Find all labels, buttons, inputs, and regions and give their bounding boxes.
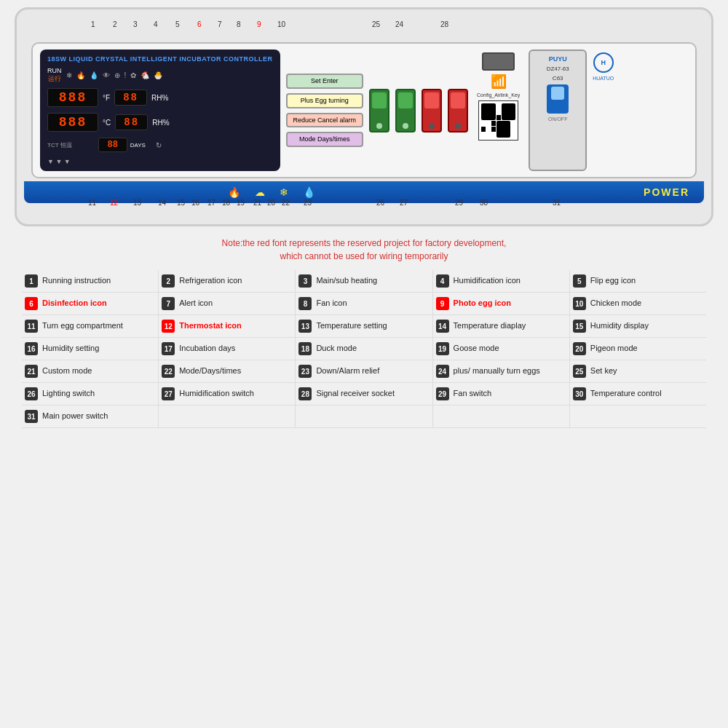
legend-num-29: 29 [436,387,449,400]
legend-empty-6-4 [570,405,706,427]
logo-section: H HUATUO [593,50,614,171]
switch-4[interactable] [448,89,468,132]
legend-num-24: 24 [436,365,449,378]
legend-label-15: Humidity display [590,321,649,331]
legend-num-13: 13 [298,320,312,333]
legend-item-17: 17Incubation days [159,338,296,360]
breaker-brand: PUYU [549,55,567,63]
legend-num-12: 12 [162,320,175,333]
legend-row-0: 1Running instruction2Refrigeration icon3… [22,270,706,293]
top-num-25: 25 [372,20,380,28]
drop-icon: 💧 [90,71,98,79]
legend-empty-6-3 [433,405,570,427]
switch-knob-3 [424,92,439,108]
brand-name: HUATUO [593,76,614,81]
legend-label-3: Main/sub heating [316,276,377,285]
brand-logo: H [593,52,614,73]
legend-num-19: 19 [436,342,449,355]
legend-label-25: Set key [590,366,617,376]
switch-3[interactable] [422,89,442,132]
unit-f: °F [103,94,110,102]
legend-label-13: Temperature setting [316,321,387,331]
top-num-6: 6 [197,20,202,28]
power-label: POWER [644,186,689,198]
breaker-toggle [551,87,564,100]
legend-item-22: 22Mode/Days/times [159,360,296,382]
wifi-icon: 📶 [491,74,507,90]
eye-icon: 👁 [103,71,110,79]
plus-egg-button[interactable]: Plus Egg turning [286,93,364,108]
legend-label-27: Humidification switch [179,389,254,398]
legend-num-10: 10 [573,297,586,310]
legend-item-3: 3Main/sub heating [296,270,432,292]
legend-item-24: 24plus/ manually turn eggs [433,360,570,382]
breaker-model: DZ47-63 [547,66,569,72]
top-num-28: 28 [440,20,448,28]
legend-item-14: 14Temperature diaplay [433,315,570,337]
legend-num-4: 4 [436,274,449,288]
breaker-rating: C63 [553,75,563,82]
legend-num-16: 16 [25,342,38,355]
legend-item-23: 23Down/Alarm relief [296,360,432,382]
legend-item-18: 18Duck mode [296,338,432,360]
rh-label-1: RH% [151,94,168,102]
set-enter-button[interactable]: Set Enter [286,74,364,89]
legend-item-31: 31Main power switch [22,405,159,427]
days-row: TCT 恒温 88 DAYS ↻ [47,138,273,152]
top-number-row: 1 2 3 4 5 6 7 8 9 10 25 24 28 [31,20,697,42]
legend-item-12: 12Thermostat icon [159,315,296,337]
legend-item-11: 11Turn egg compartment [22,315,159,337]
unit-c: °C [103,119,111,127]
top-num-10: 10 [277,20,285,28]
top-num-5: 5 [175,20,180,28]
legend-item-20: 20Pigeon mode [570,338,706,360]
chick-icon: 🐣 [154,71,162,79]
usb-port [482,52,515,71]
switch-dot-3 [429,123,435,129]
reduce-button[interactable]: Reduce Cancel alarm [286,113,364,128]
lcd-section: 18SW LIQUID CRYSTAL INTELLIGENT INCUBATO… [40,50,280,171]
legend-row-3: 16Humidity setting17Incubation days18Duc… [22,338,706,360]
legend-label-4: Humidification icon [454,276,521,285]
legend-item-2: 2Refrigeration icon [159,270,296,292]
switch-dot-4 [455,123,461,129]
legend-num-26: 26 [25,387,38,400]
circuit-breaker: PUYU DZ47-63 C63 ON/OFF [529,50,587,171]
legend-label-16: Humidity setting [42,344,99,353]
legend-label-14: Temperature diaplay [454,321,526,331]
breaker-handle[interactable] [547,84,569,114]
switch-2[interactable] [395,89,416,132]
legend-item-13: 13Temperature setting [296,315,432,337]
legend-num-7: 7 [162,297,175,310]
top-num-8: 8 [237,20,241,28]
temp-display-row2: 888 °C 88 RH% [47,113,273,132]
device-panel: 1 2 3 4 5 6 7 8 9 10 25 24 28 18SW LIQUI… [15,7,713,226]
legend-num-9: 9 [436,297,449,310]
legend-label-24: plus/ manually turn eggs [454,366,540,376]
legend-num-3: 3 [298,274,312,288]
legend-num-23: 23 [298,365,312,378]
legend-num-5: 5 [573,274,586,288]
tct-label: TCT 恒温 [47,141,72,149]
mode-button[interactable]: Mode Days/times [286,132,364,147]
cloud-status-icon: ☁ [255,186,265,198]
flame-status-icon: 🔥 [228,186,240,198]
switch-1[interactable] [369,89,389,132]
legend-num-6: 6 [25,297,38,310]
legend-label-18: Duck mode [316,344,357,353]
switch-knob-2 [398,92,413,108]
legend-row-2: 11Turn egg compartment12Thermostat icon1… [22,315,706,338]
flame-icon: 🔥 [76,71,85,79]
switch-knob-4 [451,92,465,108]
top-num-24: 24 [395,20,403,28]
legend-row-4: 21Custom mode22Mode/Days/times23Down/Ala… [22,360,706,383]
legend-empty-6-2 [296,405,432,427]
legend-label-26: Lighting switch [42,389,95,398]
top-num-7: 7 [218,20,222,28]
legend-item-30: 30Temperature control [570,383,706,405]
exclaim-icon: ! [124,71,127,79]
legend-num-22: 22 [162,365,175,378]
legend-num-2: 2 [162,274,175,288]
legend-label-1: Running instruction [42,276,111,285]
legend-item-6: 6Disinfection icon [22,293,159,314]
